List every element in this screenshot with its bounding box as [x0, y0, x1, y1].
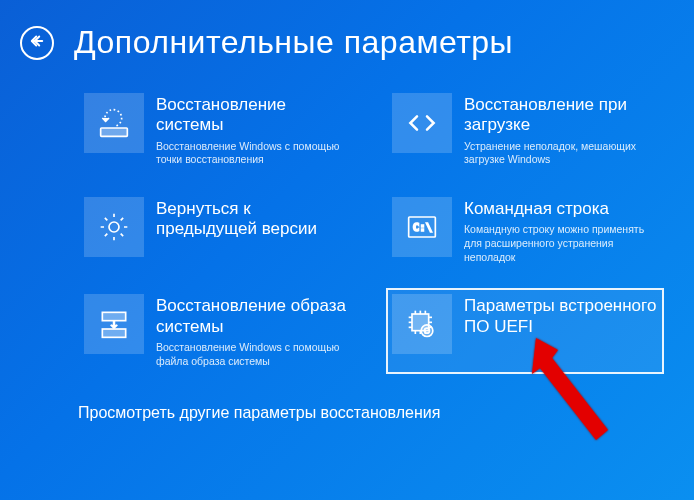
page-title: Дополнительные параметры: [74, 24, 513, 61]
tile-system-image-recovery[interactable]: Восстановление образа системы Восстановл…: [78, 288, 356, 374]
tile-startup-repair[interactable]: Восстановление при загрузке Устранение н…: [386, 87, 664, 173]
svg-text:C:\: C:\: [413, 221, 433, 234]
more-recovery-options-link[interactable]: Просмотреть другие параметры восстановле…: [0, 374, 694, 422]
options-grid: Восстановление системы Восстановление Wi…: [0, 69, 694, 374]
image-restore-icon: [84, 294, 144, 354]
firmware-icon: [392, 294, 452, 354]
tile-command-prompt[interactable]: C:\ Командная строка Командную строку мо…: [386, 191, 664, 270]
tile-title: Восстановление при загрузке: [464, 95, 658, 136]
tile-title: Командная строка: [464, 199, 658, 219]
tile-desc: Восстановление Windows с помощью точки в…: [156, 140, 350, 167]
tile-system-restore[interactable]: Восстановление системы Восстановление Wi…: [78, 87, 356, 173]
arrow-left-icon: [28, 32, 46, 54]
tile-title: Восстановление образа системы: [156, 296, 350, 337]
gear-icon: [84, 197, 144, 257]
repair-icon: [392, 93, 452, 153]
tile-title: Параметры встроенного ПО UEFI: [464, 296, 658, 337]
restore-icon: [84, 93, 144, 153]
tile-title: Восстановление системы: [156, 95, 350, 136]
tile-go-back[interactable]: Вернуться к предыдущей версии: [78, 191, 356, 270]
svg-point-2: [109, 222, 119, 232]
tile-desc: Восстановление Windows с помощью файла о…: [156, 341, 350, 368]
tile-desc: Устранение неполадок, мешающих загрузке …: [464, 140, 658, 167]
svg-point-20: [421, 325, 433, 337]
tile-title: Вернуться к предыдущей версии: [156, 199, 350, 240]
svg-rect-1: [101, 128, 128, 136]
svg-rect-5: [102, 313, 125, 321]
back-button[interactable]: [20, 26, 54, 60]
tile-uefi-firmware[interactable]: Параметры встроенного ПО UEFI: [386, 288, 664, 374]
svg-rect-6: [102, 329, 125, 337]
terminal-icon: C:\: [392, 197, 452, 257]
tile-desc: Командную строку можно применять для рас…: [464, 223, 658, 264]
